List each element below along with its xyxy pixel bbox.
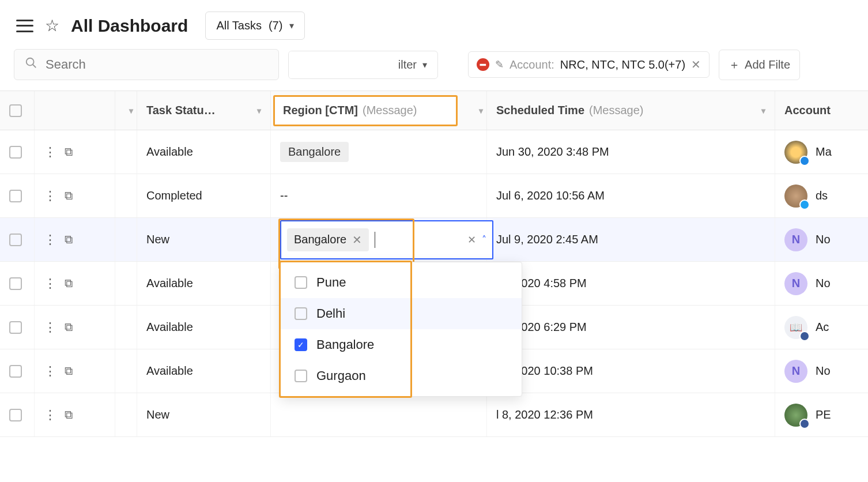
filter-chip-account[interactable]: ━ ✎ Account: NRC, NTC, NTC 5.0(+7) ✕ xyxy=(468,51,710,78)
channel-badge-icon xyxy=(799,156,810,166)
status-value: New xyxy=(146,233,169,246)
option-label: Delhi xyxy=(316,306,345,321)
table-row[interactable]: ⋮ ⧉ New l 8, 2020 12:36 PM PE xyxy=(0,393,868,437)
status-value: Available xyxy=(146,145,193,159)
avatar[interactable]: N xyxy=(784,272,807,295)
quick-filter-label: ilter xyxy=(398,58,417,71)
row-checkbox[interactable] xyxy=(9,146,22,159)
plus-icon: ＋ xyxy=(729,57,740,73)
row-checkbox[interactable] xyxy=(9,365,22,378)
tasks-view-dropdown[interactable]: All Tasks (7) ▾ xyxy=(205,12,305,40)
chevron-down-icon: ▾ xyxy=(422,59,427,70)
account-name: No xyxy=(816,277,831,290)
table-row[interactable]: ⋮ ⧉ Available Bangalore Jun 30, 2020 3:4… xyxy=(0,130,868,174)
sort-icon[interactable]: ▾ xyxy=(129,106,133,115)
more-actions-icon[interactable]: ⋮ xyxy=(44,408,56,423)
account-name: ds xyxy=(816,189,828,202)
add-filter-button[interactable]: ＋ Add Filte xyxy=(719,50,800,80)
open-task-icon[interactable]: ⧉ xyxy=(65,189,73,202)
filter-chip-value: NRC, NTC, NTC 5.0(+7) xyxy=(560,58,685,71)
page-title: All Dashboard xyxy=(71,16,188,36)
remove-filter-icon[interactable]: ━ xyxy=(477,58,489,71)
column-account: Account xyxy=(784,104,831,117)
avatar[interactable] xyxy=(784,141,807,164)
hamburger-menu-icon[interactable] xyxy=(16,20,33,32)
more-actions-icon[interactable]: ⋮ xyxy=(44,145,56,160)
status-value: Available xyxy=(146,321,193,334)
dropdown-option[interactable]: ✓ Bangalore xyxy=(281,329,522,360)
region-combobox-input[interactable]: Bangalore ✕ ✕ ˄ xyxy=(280,220,493,259)
more-actions-icon[interactable]: ⋮ xyxy=(44,276,56,291)
open-task-icon[interactable]: ⧉ xyxy=(65,364,73,378)
table-row[interactable]: ⋮ ⧉ Completed -- Jul 6, 2020 10:56 AM ds xyxy=(0,174,868,218)
more-actions-icon[interactable]: ⋮ xyxy=(44,189,56,204)
open-task-icon[interactable]: ⧉ xyxy=(65,233,73,246)
dropdown-option[interactable]: Gurgaon xyxy=(281,360,522,391)
clear-icon[interactable]: ✕ xyxy=(467,234,476,246)
scheduled-value: Jun 30, 2020 3:48 PM xyxy=(496,145,609,159)
text-cursor xyxy=(375,232,375,248)
column-scheduled: Scheduled Time xyxy=(496,104,584,117)
account-name: Ac xyxy=(816,321,829,334)
filter-chip-label: Account: xyxy=(510,58,554,71)
status-value: Completed xyxy=(146,189,202,202)
dropdown-option[interactable]: Pune xyxy=(281,267,522,298)
select-all-checkbox[interactable] xyxy=(9,104,22,117)
region-combobox[interactable]: Bangalore ✕ ✕ ˄ Pune xyxy=(280,220,493,259)
more-actions-icon[interactable]: ⋮ xyxy=(44,232,56,247)
avatar[interactable]: 📖 xyxy=(784,316,807,339)
chevron-down-icon: ▾ xyxy=(289,20,294,31)
scheduled-value: l 8, 2020 12:36 PM xyxy=(496,408,593,421)
scheduled-value: Jul 9, 2020 2:45 AM xyxy=(496,233,598,246)
option-checkbox[interactable] xyxy=(295,307,307,320)
column-status: Task Statu… xyxy=(146,104,216,117)
svg-point-0 xyxy=(27,58,34,66)
avatar[interactable]: N xyxy=(784,228,807,251)
open-task-icon[interactable]: ⧉ xyxy=(65,408,73,421)
column-region: Region [CTM] xyxy=(283,104,358,117)
table-row[interactable]: ⋮ ⧉ New Bangalore ✕ ✕ ˄ xyxy=(0,218,868,262)
region-tag: Bangalore xyxy=(280,142,349,162)
open-task-icon[interactable]: ⧉ xyxy=(65,277,73,290)
chevron-up-icon[interactable]: ˄ xyxy=(482,234,486,245)
more-actions-icon[interactable]: ⋮ xyxy=(44,320,56,335)
option-checkbox[interactable] xyxy=(295,370,307,382)
account-name: Ma xyxy=(816,145,832,159)
status-value: Available xyxy=(146,364,193,378)
option-checkbox[interactable] xyxy=(295,276,307,289)
option-label: Gurgaon xyxy=(316,368,366,383)
close-icon[interactable]: ✕ xyxy=(691,58,701,71)
row-checkbox[interactable] xyxy=(9,190,22,202)
edit-icon[interactable]: ✎ xyxy=(495,58,504,71)
channel-badge-icon xyxy=(799,199,810,210)
row-checkbox[interactable] xyxy=(9,234,22,246)
status-value: Available xyxy=(146,277,193,290)
svg-line-1 xyxy=(33,65,36,68)
open-task-icon[interactable]: ⧉ xyxy=(65,321,73,334)
region-text: -- xyxy=(280,189,288,202)
row-checkbox[interactable] xyxy=(9,409,22,421)
sort-icon[interactable]: ▾ xyxy=(257,106,261,115)
more-actions-icon[interactable]: ⋮ xyxy=(44,364,56,379)
sort-icon[interactable]: ▾ xyxy=(479,106,483,115)
option-label: Bangalore xyxy=(316,337,374,352)
search-box[interactable] xyxy=(14,49,279,80)
remove-chip-icon[interactable]: ✕ xyxy=(352,233,362,247)
region-dropdown: Pune Delhi ✓ Bangalore Gurgaon xyxy=(280,262,522,397)
row-checkbox[interactable] xyxy=(9,321,22,334)
avatar[interactable]: N xyxy=(784,360,807,383)
option-checkbox[interactable]: ✓ xyxy=(295,338,307,351)
avatar[interactable] xyxy=(784,184,807,208)
row-checkbox[interactable] xyxy=(9,277,22,290)
dropdown-option[interactable]: Delhi xyxy=(281,298,522,329)
search-input[interactable] xyxy=(46,57,268,72)
quick-filter-dropdown[interactable]: ilter ▾ xyxy=(288,51,438,79)
avatar[interactable] xyxy=(784,404,807,427)
search-icon xyxy=(25,57,37,73)
status-value: New xyxy=(146,408,169,421)
open-task-icon[interactable]: ⧉ xyxy=(65,145,73,159)
scheduled-value: Jul 6, 2020 10:56 AM xyxy=(496,189,605,202)
sort-icon[interactable]: ▾ xyxy=(761,106,765,115)
tasks-view-count: (7) xyxy=(269,19,282,32)
favorite-star-icon[interactable]: ☆ xyxy=(45,16,59,35)
